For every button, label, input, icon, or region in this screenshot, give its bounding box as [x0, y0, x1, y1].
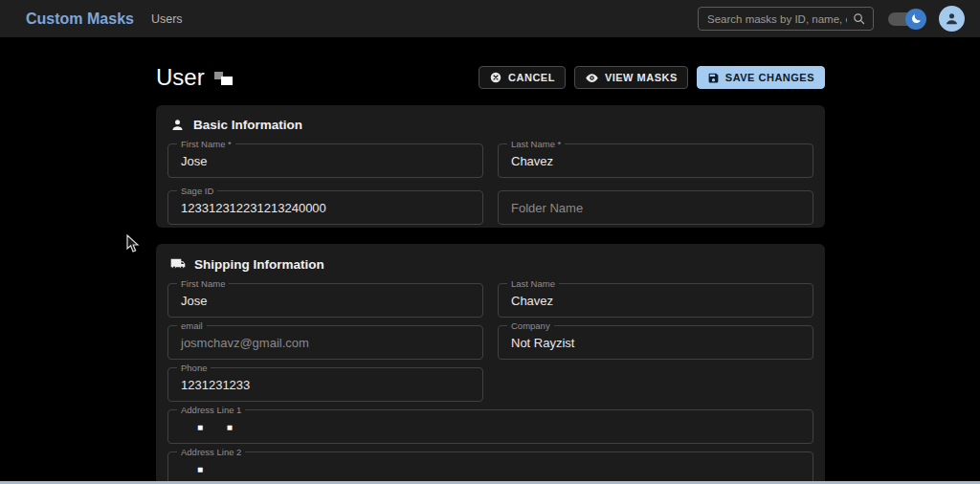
account-avatar-button[interactable] [939, 6, 965, 32]
shipping-information-title: Shipping Information [170, 256, 813, 272]
shipping-information-card: Shipping Information First Name Jose Las… [156, 244, 825, 484]
address-line-1-value: ■ ■ [197, 422, 243, 432]
phone-value: 1231231233 [181, 378, 250, 392]
folder-name-field[interactable]: Folder Name [498, 190, 813, 225]
save-changes-button[interactable]: SAVE CHANGES [697, 66, 825, 89]
search-box[interactable] [698, 7, 874, 31]
phone-label: Phone [177, 363, 211, 373]
cancel-icon [489, 71, 502, 84]
truck-icon [170, 256, 186, 272]
first-name-value: Jose [181, 154, 207, 168]
address-line-2-value: ■ [197, 464, 213, 474]
search-icon[interactable] [852, 11, 866, 26]
address-line-1-label: Address Line 1 [177, 405, 245, 415]
page-title: User [156, 64, 234, 91]
phone-field[interactable]: Phone 1231231233 [167, 367, 483, 402]
basic-information-title: Basic Information [170, 118, 813, 132]
last-name-value: Chavez [511, 154, 553, 168]
mouse-cursor [126, 234, 140, 253]
folder-name-label: Folder Name [511, 203, 583, 213]
search-input[interactable] [707, 13, 847, 25]
basic-information-card: Basic Information First Name * Jose Last… [156, 105, 825, 228]
sage-id-field[interactable]: Sage ID 123312312231213240000 [167, 190, 483, 225]
last-name-label: Last Name * [507, 139, 565, 149]
last-name-field[interactable]: Last Name * Chavez [498, 143, 813, 178]
email-label: email [177, 320, 207, 331]
top-navbar: Custom Masks Users [0, 0, 980, 37]
company-label: Company [507, 320, 554, 331]
shipping-first-name-label: First Name [177, 278, 229, 289]
shipping-first-name-value: Jose [181, 294, 207, 308]
nav-users-link[interactable]: Users [151, 12, 183, 26]
email-value: josmchavz@gmail.com [181, 336, 309, 350]
address-line-2-field[interactable]: Address Line 2 ■ [167, 451, 813, 484]
company-field[interactable]: Company Not Rayzist [498, 325, 813, 360]
app-title: Custom Masks [26, 11, 134, 28]
page-actions: CANCEL VIEW MASKS SAVE CHANGES [479, 66, 825, 89]
page-header: User CANCEL [156, 61, 825, 94]
basic-information-fields: First Name * Jose Last Name * Chavez Sag… [167, 143, 813, 225]
basic-information-title-text: Basic Information [193, 118, 302, 132]
sage-id-value: 123312312231213240000 [181, 201, 326, 215]
page-title-text: User [156, 64, 205, 91]
first-name-field[interactable]: First Name * Jose [167, 143, 483, 178]
save-changes-button-label: SAVE CHANGES [725, 72, 814, 83]
shipping-first-name-field[interactable]: First Name Jose [167, 283, 483, 318]
email-field[interactable]: email josmchavz@gmail.com [167, 325, 483, 360]
address-line-1-field[interactable]: Address Line 1 ■ ■ [167, 409, 813, 444]
shipping-last-name-label: Last Name [507, 278, 559, 289]
shipping-last-name-value: Chavez [511, 294, 553, 308]
cancel-button[interactable]: CANCEL [479, 66, 566, 89]
first-name-label: First Name * [177, 139, 235, 149]
view-masks-button[interactable]: VIEW MASKS [574, 66, 688, 89]
dark-mode-toggle[interactable] [888, 9, 924, 30]
eye-icon [585, 71, 599, 85]
person-section-icon [170, 118, 185, 132]
address-line-2-label: Address Line 2 [177, 447, 245, 457]
broken-image-icon [213, 69, 234, 87]
sage-id-label: Sage ID [177, 186, 217, 196]
shipping-information-fields: First Name Jose Last Name Chavez email j… [167, 283, 813, 484]
person-icon [944, 11, 960, 27]
save-icon [707, 72, 720, 84]
company-value: Not Rayzist [511, 336, 574, 350]
shipping-last-name-field[interactable]: Last Name Chavez [498, 283, 813, 318]
shipping-information-title-text: Shipping Information [194, 257, 324, 272]
view-masks-button-label: VIEW MASKS [605, 72, 678, 83]
toggle-thumb [905, 9, 926, 30]
navbar-right-group [698, 6, 965, 32]
cancel-button-label: CANCEL [508, 72, 555, 83]
moon-icon [910, 12, 923, 25]
